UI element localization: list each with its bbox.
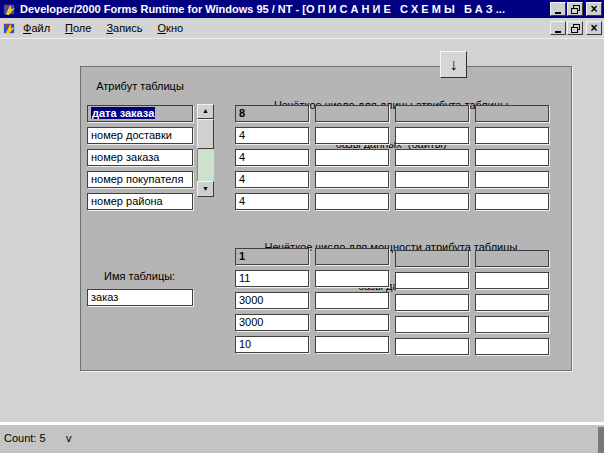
cardinality-grid-cell-r3c1[interactable]: 3000 — [235, 292, 309, 309]
next-record-button[interactable]: ↓ — [440, 51, 467, 78]
mdi-close-button[interactable]: × — [586, 21, 602, 35]
window-title: Developer/2000 Forms Runtime for Windows… — [20, 3, 604, 15]
attribute-item-field[interactable]: номер доставки — [87, 127, 193, 144]
cardinality-grid-cell-r5c2[interactable] — [315, 336, 389, 353]
cardinality-grid-cell-r1c3[interactable] — [395, 250, 469, 267]
cardinality-grid-cell-r1c1[interactable]: 1 — [235, 248, 309, 265]
length-grid-cell-r1c1[interactable]: 8 — [235, 105, 309, 122]
cardinality-grid-cell-r4c2[interactable] — [315, 314, 389, 331]
menu-window[interactable]: Окно — [158, 22, 184, 34]
cardinality-grid-cell-r3c2[interactable] — [315, 292, 389, 309]
title-bar[interactable]: Developer/2000 Forms Runtime for Windows… — [0, 0, 604, 18]
cardinality-grid-cell-r5c4[interactable] — [475, 338, 549, 355]
menu-record[interactable]: Запись — [106, 22, 142, 34]
length-grid-cell-r5c3[interactable] — [395, 193, 469, 210]
record-count: Count: 5 — [4, 432, 46, 444]
scroll-up-button[interactable]: ▲ — [197, 104, 214, 119]
mdi-minimize-button[interactable] — [550, 21, 566, 35]
attribute-item-field[interactable]: дата заказа — [87, 105, 193, 122]
cardinality-grid-cell-r2c2[interactable] — [315, 270, 389, 287]
menu-field[interactable]: Поле — [65, 22, 91, 34]
table-name-label: Имя таблицы: — [104, 270, 175, 283]
app-icon — [2, 2, 17, 17]
mdi-child-system-icon[interactable] — [2, 21, 17, 36]
table-name-field[interactable]: заказ — [87, 289, 193, 306]
length-grid-cell-r3c4[interactable] — [475, 149, 549, 166]
cardinality-grid-cell-r3c4[interactable] — [475, 294, 549, 311]
mdi-restore-button[interactable] — [567, 21, 583, 35]
length-grid-cell-r3c2[interactable] — [315, 149, 389, 166]
window-close-button[interactable]: × — [586, 2, 602, 16]
cardinality-grid-cell-r1c4[interactable] — [475, 250, 549, 267]
cardinality-grid-cell-r4c4[interactable] — [475, 316, 549, 333]
length-grid-cell-r4c3[interactable] — [395, 171, 469, 188]
scrollbar-thumb[interactable] — [197, 119, 214, 149]
restore-icon — [571, 5, 580, 14]
length-grid-cell-r2c3[interactable] — [395, 127, 469, 144]
window-restore-button[interactable] — [567, 2, 583, 16]
length-grid-cell-r4c4[interactable] — [475, 171, 549, 188]
scroll-down-button[interactable]: ▼ — [197, 181, 214, 197]
length-grid-cell-r5c1[interactable]: 4 — [235, 193, 309, 210]
mdi-client-area: Атрибут таблицы Нечёткое число для длины… — [0, 39, 604, 422]
minimize-icon — [555, 31, 561, 33]
scrollbar-track[interactable] — [197, 149, 214, 181]
corner-notch — [598, 427, 604, 453]
status-bar: Count: 5 v — [0, 425, 604, 453]
attribute-item-field[interactable]: номер покупателя — [87, 171, 193, 188]
cardinality-grid-cell-r4c3[interactable] — [395, 316, 469, 333]
length-grid-cell-r2c4[interactable] — [475, 127, 549, 144]
menu-bar: Файл Поле Запись Окно — [0, 18, 604, 39]
record-scrollbar[interactable]: ▲ ▼ — [197, 104, 214, 197]
length-grid-cell-r5c2[interactable] — [315, 193, 389, 210]
attribute-item-field[interactable]: номер заказа — [87, 149, 193, 166]
length-grid-cell-r1c2[interactable] — [315, 105, 389, 122]
cardinality-grid-cell-r3c3[interactable] — [395, 294, 469, 311]
length-grid-cell-r5c4[interactable] — [475, 193, 549, 210]
down-arrow-icon: ↓ — [450, 56, 458, 74]
selected-attribute-text: дата заказа — [91, 107, 155, 119]
cardinality-grid-cell-r2c3[interactable] — [395, 272, 469, 289]
cardinality-grid-cell-r4c1[interactable]: 3000 — [235, 314, 309, 331]
length-grid-cell-r3c3[interactable] — [395, 149, 469, 166]
attribute-item-field[interactable]: номер района — [87, 193, 193, 210]
cardinality-grid-cell-r1c2[interactable] — [315, 248, 389, 265]
cardinality-grid-cell-r2c4[interactable] — [475, 272, 549, 289]
length-grid-cell-r1c4[interactable] — [475, 105, 549, 122]
scroll-down-icon: ▼ — [202, 185, 209, 192]
scroll-up-icon: ▲ — [202, 107, 209, 114]
length-grid-cell-r1c3[interactable] — [395, 105, 469, 122]
status-indicator: v — [66, 432, 72, 444]
close-icon: × — [590, 4, 597, 14]
menu-file[interactable]: Файл — [23, 22, 50, 34]
attribute-column-label: Атрибут таблицы — [87, 80, 193, 93]
window-minimize-button[interactable] — [550, 2, 566, 16]
cardinality-grid-cell-r5c3[interactable] — [395, 338, 469, 355]
length-grid-cell-r2c2[interactable] — [315, 127, 389, 144]
minimize-icon — [555, 12, 561, 14]
close-icon: × — [590, 23, 597, 33]
form-canvas: Атрибут таблицы Нечёткое число для длины… — [80, 66, 572, 371]
restore-icon — [571, 24, 580, 33]
length-grid-cell-r3c1[interactable]: 4 — [235, 149, 309, 166]
length-grid-cell-r2c1[interactable]: 4 — [235, 127, 309, 144]
length-grid-cell-r4c2[interactable] — [315, 171, 389, 188]
cardinality-grid-cell-r5c1[interactable]: 10 — [235, 336, 309, 353]
cardinality-grid-cell-r2c1[interactable]: 11 — [235, 270, 309, 287]
length-grid-cell-r4c1[interactable]: 4 — [235, 171, 309, 188]
